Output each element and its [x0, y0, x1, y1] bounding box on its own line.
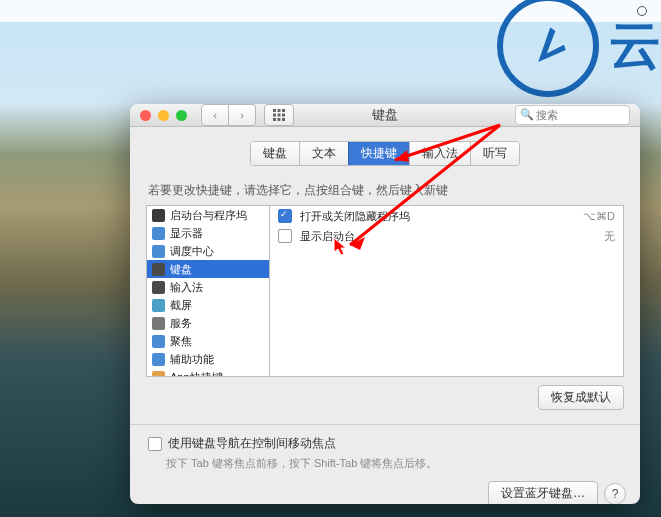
category-label: 输入法 [170, 280, 203, 295]
forward-button[interactable]: › [229, 104, 256, 126]
instruction-text: 若要更改快捷键，请选择它，点按组合键，然后键入新键 [148, 182, 624, 199]
category-item[interactable]: 服务 [147, 314, 269, 332]
category-label: 调度中心 [170, 244, 214, 259]
menubar [0, 0, 661, 22]
shortcut-keys[interactable]: ⌥⌘D [583, 210, 615, 223]
category-item[interactable]: 截屏 [147, 296, 269, 314]
svg-rect-2 [282, 109, 285, 112]
ic-input-icon [152, 281, 165, 294]
ic-access-icon [152, 353, 165, 366]
category-item[interactable]: 调度中心 [147, 242, 269, 260]
grid-icon [273, 109, 285, 121]
nav-buttons: ‹ › [201, 104, 256, 126]
shortcut-label: 显示启动台 [300, 229, 596, 244]
category-item[interactable]: 显示器 [147, 224, 269, 242]
show-all-button[interactable] [264, 104, 294, 126]
ic-display-icon [152, 227, 165, 240]
keyboard-nav-hint: 按下 Tab 键将焦点前移，按下 Shift-Tab 键将焦点后移。 [166, 456, 624, 471]
tab-键盘[interactable]: 键盘 [251, 142, 299, 165]
shortcut-label: 打开或关闭隐藏程序坞 [300, 209, 575, 224]
shortcut-checkbox[interactable] [278, 209, 292, 223]
ic-mission-icon [152, 245, 165, 258]
tab-快捷键[interactable]: 快捷键 [348, 142, 409, 165]
menubar-indicator-icon [637, 6, 647, 16]
category-label: 聚焦 [170, 334, 192, 349]
category-label: 启动台与程序坞 [170, 208, 247, 223]
ic-keyboard-icon [152, 263, 165, 276]
svg-rect-0 [273, 109, 276, 112]
svg-rect-4 [278, 114, 281, 117]
ic-launch-icon [152, 209, 165, 222]
search-icon: 🔍 [520, 108, 534, 121]
shortcut-keys[interactable]: 无 [604, 229, 615, 244]
category-item[interactable]: 输入法 [147, 278, 269, 296]
preferences-window: ‹ › 键盘 🔍 键盘文本快捷键输入法听写 若要更改快捷键，请选择它，点按组合键… [130, 104, 640, 504]
bluetooth-keyboard-button[interactable]: 设置蓝牙键盘… [488, 481, 598, 504]
svg-rect-3 [273, 114, 276, 117]
close-button[interactable] [140, 110, 151, 121]
minimize-button[interactable] [158, 110, 169, 121]
shortcut-row[interactable]: 打开或关闭隐藏程序坞⌥⌘D [270, 206, 623, 226]
category-label: App快捷键 [170, 370, 223, 378]
category-list[interactable]: 启动台与程序坞显示器调度中心键盘输入法截屏服务聚焦辅助功能App快捷键 [146, 205, 270, 377]
category-item[interactable]: 键盘 [147, 260, 269, 278]
category-label: 截屏 [170, 298, 192, 313]
ic-services-icon [152, 317, 165, 330]
help-button[interactable]: ? [604, 483, 626, 505]
svg-rect-5 [282, 114, 285, 117]
traffic-lights [140, 110, 187, 121]
tab-文本[interactable]: 文本 [299, 142, 348, 165]
shortcut-list[interactable]: 打开或关闭隐藏程序坞⌥⌘D显示启动台无 [270, 205, 624, 377]
svg-rect-8 [282, 118, 285, 121]
svg-rect-7 [278, 118, 281, 121]
category-label: 键盘 [170, 262, 192, 277]
category-item[interactable]: 启动台与程序坞 [147, 206, 269, 224]
keyboard-nav-checkbox[interactable] [148, 437, 162, 451]
category-item[interactable]: 聚焦 [147, 332, 269, 350]
titlebar: ‹ › 键盘 🔍 [130, 104, 640, 127]
category-item[interactable]: App快捷键 [147, 368, 269, 377]
shortcut-row[interactable]: 显示启动台无 [270, 226, 623, 246]
category-label: 显示器 [170, 226, 203, 241]
shortcut-checkbox[interactable] [278, 229, 292, 243]
ic-screenshot-icon [152, 299, 165, 312]
category-label: 辅助功能 [170, 352, 214, 367]
tab-输入法[interactable]: 输入法 [409, 142, 470, 165]
category-item[interactable]: 辅助功能 [147, 350, 269, 368]
category-label: 服务 [170, 316, 192, 331]
restore-defaults-button[interactable]: 恢复成默认 [538, 385, 624, 410]
svg-rect-1 [278, 109, 281, 112]
tab-听写[interactable]: 听写 [470, 142, 519, 165]
keyboard-nav-label: 使用键盘导航在控制间移动焦点 [168, 435, 336, 452]
ic-spotlight-icon [152, 335, 165, 348]
zoom-button[interactable] [176, 110, 187, 121]
ic-app-icon [152, 371, 165, 378]
svg-rect-6 [273, 118, 276, 121]
divider [130, 424, 640, 425]
back-button[interactable]: ‹ [201, 104, 229, 126]
tabbar: 键盘文本快捷键输入法听写 [130, 141, 640, 166]
